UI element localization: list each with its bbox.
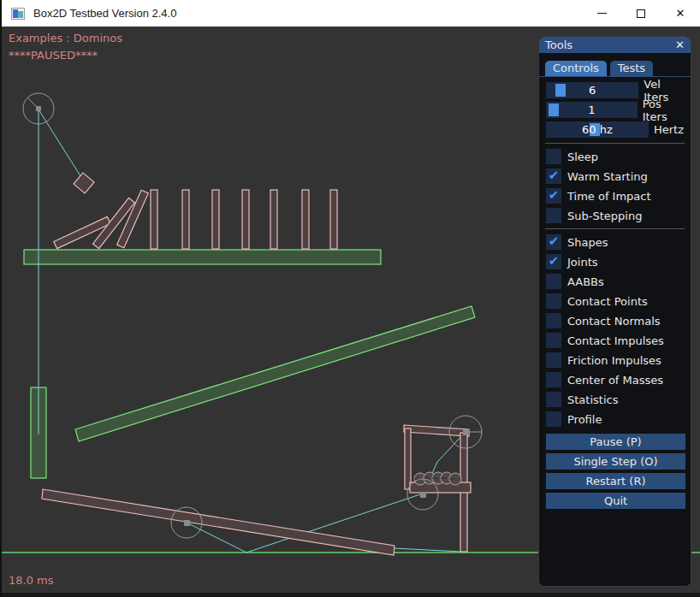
tools-panel-titlebar[interactable]: Tools ✕ bbox=[539, 37, 691, 53]
tools-tabbar: Controls Tests bbox=[539, 53, 691, 77]
standing-dominoes[interactable] bbox=[151, 190, 337, 249]
slider-value: 60 hz bbox=[546, 121, 649, 138]
checkbox-sub-stepping[interactable]: ✔ Sub-Stepping bbox=[546, 208, 684, 223]
domino[interactable] bbox=[151, 190, 157, 249]
domino[interactable] bbox=[182, 190, 189, 249]
checkbox[interactable]: ✔ bbox=[546, 149, 561, 164]
quit-button[interactable]: Quit bbox=[546, 493, 685, 509]
checkbox[interactable]: ✔ bbox=[546, 188, 561, 204]
checkbox[interactable]: ✔ bbox=[546, 333, 561, 348]
close-button[interactable]: ✕ bbox=[661, 0, 700, 27]
checkbox[interactable]: ✔ bbox=[546, 352, 561, 368]
checkbox[interactable]: ✔ bbox=[546, 274, 561, 289]
checkbox-aabbs[interactable]: ✔ AABBs bbox=[546, 274, 684, 289]
example-label: Examples : Dominos bbox=[9, 32, 122, 44]
checkbox-time-of-impact[interactable]: ✔ Time of Impact bbox=[546, 188, 684, 204]
checkbox-joints[interactable]: ✔ Joints bbox=[546, 254, 684, 269]
checkbox-contact-points[interactable]: ✔ Contact Points bbox=[546, 293, 684, 309]
app-icon bbox=[11, 8, 25, 20]
check-icon: ✔ bbox=[549, 235, 560, 248]
checkbox-statistics[interactable]: ✔ Statistics bbox=[546, 392, 684, 407]
window-bottom-edge bbox=[2, 593, 700, 597]
seesaw-plank[interactable] bbox=[42, 489, 394, 555]
tools-panel: Tools ✕ Controls Tests 6 Vel Iters 1 Pos… bbox=[538, 36, 691, 587]
checkbox-sleep[interactable]: ✔ Sleep bbox=[546, 149, 684, 164]
minimize-icon bbox=[597, 13, 607, 14]
checkbox-label: Profile bbox=[567, 413, 602, 426]
checkbox-label: Contact Points bbox=[567, 295, 648, 308]
tab-tests[interactable]: Tests bbox=[610, 61, 653, 76]
checkbox[interactable]: ✔ bbox=[546, 313, 561, 328]
checkbox[interactable]: ✔ bbox=[546, 392, 561, 407]
vel-iters-slider[interactable]: 6 Vel Iters bbox=[546, 82, 684, 98]
domino[interactable] bbox=[242, 190, 249, 249]
checkbox-label: Joints bbox=[567, 256, 598, 269]
separator bbox=[545, 143, 685, 144]
checkbox-profile[interactable]: ✔ Profile bbox=[546, 411, 684, 427]
checkbox-label: Contact Impulses bbox=[567, 334, 664, 347]
window-titlebar[interactable]: Box2D Testbed Version 2.4.0 ✕ bbox=[2, 0, 700, 27]
checkbox-label: Warm Starting bbox=[567, 170, 648, 183]
separator bbox=[545, 228, 685, 229]
checkbox[interactable]: ✔ bbox=[546, 293, 561, 309]
domino[interactable] bbox=[302, 190, 309, 249]
checkbox[interactable]: ✔ bbox=[546, 372, 561, 387]
slider-value: 1 bbox=[546, 102, 638, 118]
diagonal-plank bbox=[75, 306, 475, 441]
checkbox-label: Sleep bbox=[567, 151, 598, 163]
maximize-button[interactable] bbox=[621, 0, 661, 27]
ground-joint-line bbox=[394, 548, 461, 552]
close-icon[interactable]: ✕ bbox=[675, 39, 685, 50]
single-step-button[interactable]: Single Step (O) bbox=[546, 453, 685, 470]
minimize-button[interactable] bbox=[582, 0, 621, 27]
slider-value: 6 bbox=[546, 82, 638, 98]
check-icon: ✔ bbox=[549, 255, 560, 268]
checkbox-contact-normals[interactable]: ✔ Contact Normals bbox=[546, 313, 684, 328]
window-title: Box2D Testbed Version 2.4.0 bbox=[33, 7, 176, 20]
checkbox-label: Sub-Stepping bbox=[567, 210, 642, 222]
checkbox-label: AABBs bbox=[567, 275, 604, 288]
checkbox[interactable]: ✔ bbox=[546, 254, 561, 269]
checkbox-center-of-masses[interactable]: ✔ Center of Masses bbox=[546, 372, 684, 387]
pos-iters-slider[interactable]: 1 Pos Iters bbox=[546, 102, 684, 118]
pause-button[interactable]: Pause (P) bbox=[546, 434, 685, 450]
paused-label: ****PAUSED**** bbox=[9, 49, 98, 62]
pendulum-joint-line bbox=[39, 109, 84, 181]
checkbox-label: Statistics bbox=[567, 393, 618, 406]
check-icon: ✔ bbox=[549, 189, 560, 202]
checkbox-label: Shapes bbox=[567, 236, 608, 249]
domino[interactable] bbox=[330, 190, 337, 249]
checkbox-friction-impulses[interactable]: ✔ Friction Impulses bbox=[546, 352, 684, 368]
checkbox-contact-impulses[interactable]: ✔ Contact Impulses bbox=[546, 333, 684, 348]
checkbox[interactable]: ✔ bbox=[546, 168, 561, 184]
checkbox-shapes[interactable]: ✔ Shapes bbox=[546, 234, 684, 250]
check-icon: ✔ bbox=[549, 169, 560, 182]
slider-label: Pos Iters bbox=[643, 98, 684, 123]
restart-button[interactable]: Restart (R) bbox=[546, 473, 685, 489]
checkbox-label: Contact Normals bbox=[567, 315, 661, 328]
checkbox-label: Friction Impulses bbox=[567, 354, 661, 367]
hertz-slider[interactable]: 60 hz Hertz bbox=[546, 121, 684, 138]
cradle-balls[interactable] bbox=[414, 472, 461, 485]
checkbox[interactable]: ✔ bbox=[546, 208, 561, 223]
slider-label: Hertz bbox=[654, 123, 684, 136]
domino-platform bbox=[24, 250, 381, 264]
pendulum-box[interactable] bbox=[74, 173, 94, 193]
checkbox-warm-starting[interactable]: ✔ Warm Starting bbox=[546, 168, 684, 184]
checkbox-label: Center of Masses bbox=[567, 374, 663, 387]
maximize-icon bbox=[637, 9, 645, 18]
fallen-dominoes[interactable] bbox=[54, 190, 149, 248]
domino[interactable] bbox=[212, 190, 219, 249]
app-window: Examples : Dominos ****PAUSED**** 18.0 m… bbox=[0, 0, 700, 597]
domino[interactable] bbox=[270, 190, 277, 249]
checkbox[interactable]: ✔ bbox=[546, 411, 561, 427]
tools-panel-title: Tools bbox=[545, 38, 572, 51]
checkbox-label: Time of Impact bbox=[567, 190, 651, 203]
tab-controls[interactable]: Controls bbox=[545, 61, 607, 76]
frame-time-label: 18.0 ms bbox=[9, 574, 54, 587]
checkbox[interactable]: ✔ bbox=[546, 234, 561, 250]
